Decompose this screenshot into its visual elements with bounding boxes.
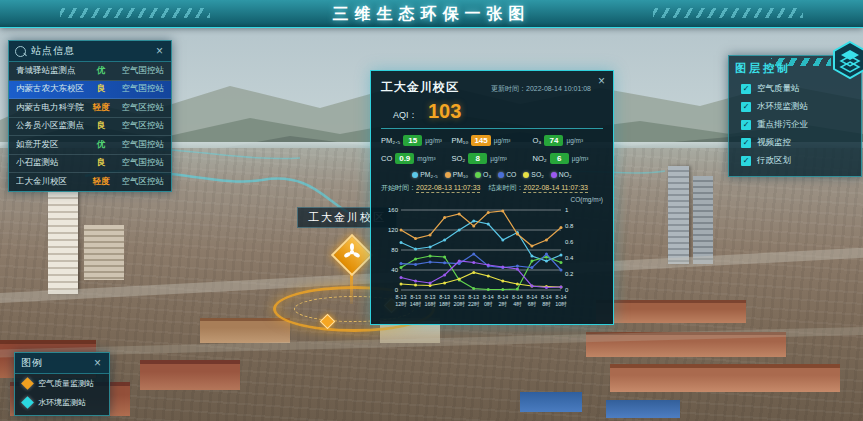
popup-title: 工大金川校区 — [381, 79, 459, 96]
trend-chart: 0408012016000.20.40.60.818-1312时8-1314时8… — [381, 204, 583, 316]
legend-diamond-icon — [21, 396, 34, 409]
station-aqi-status: 优 — [90, 65, 112, 77]
svg-text:8-146时: 8-146时 — [527, 294, 538, 307]
svg-text:8-1316时: 8-1316时 — [424, 294, 436, 307]
legend-dot-icon — [551, 172, 557, 178]
pollutant-label: PM₁₀ — [451, 136, 468, 145]
svg-text:8-1314时: 8-1314时 — [410, 294, 422, 307]
chart-legend-item[interactable]: PM₁₀ — [445, 171, 468, 178]
legend-dot-icon — [445, 172, 451, 178]
station-type: 空气区控站 — [112, 176, 164, 188]
station-type: 空气区控站 — [112, 102, 164, 114]
chart-legend: PM₂.₅PM₁₀O₃COSO₂NO₂ — [381, 171, 603, 178]
checkbox-checked-icon[interactable]: ✓ — [741, 102, 751, 112]
station-panel-title: 站点信息 — [31, 44, 154, 58]
pollutant-grid: PM₂.₅15µg/m³PM₁₀145µg/m³O₃74µg/m³CO0.9mg… — [381, 135, 603, 164]
svg-text:0.2: 0.2 — [565, 271, 574, 277]
checkbox-checked-icon[interactable]: ✓ — [741, 138, 751, 148]
legend-item: 空气质量监测站 — [15, 374, 109, 393]
station-name: 如意开发区 — [16, 139, 90, 151]
pollutant-unit: µg/m³ — [425, 137, 442, 144]
building — [596, 300, 746, 323]
start-time-label: 开始时间： — [381, 184, 416, 191]
update-time-label: 更新时间： — [491, 85, 526, 92]
station-name: 小召监测站 — [16, 157, 90, 169]
start-time-input[interactable]: 2022-08-13 11:07:33 — [416, 184, 480, 193]
pollutant-value: 74 — [544, 135, 563, 146]
chart-legend-item[interactable]: CO — [498, 171, 516, 178]
building — [693, 176, 713, 264]
svg-text:8-140时: 8-140时 — [483, 294, 494, 307]
svg-text:0: 0 — [395, 287, 399, 293]
map-legend-panel: 图例 × 空气质量监测站水环境监测站 — [14, 352, 110, 416]
legend-list: 空气质量监测站水环境监测站 — [15, 374, 109, 412]
pollutant-value: 145 — [471, 135, 490, 146]
station-name: 青城驿站监测点 — [16, 65, 90, 77]
svg-text:0.6: 0.6 — [565, 239, 574, 245]
building — [610, 364, 840, 392]
svg-text:40: 40 — [391, 267, 398, 273]
chart-legend-item[interactable]: PM₂.₅ — [412, 171, 437, 178]
chart-legend-label: NO₂ — [559, 171, 572, 178]
station-aqi-status: 轻度 — [90, 176, 112, 188]
end-time-label: 结束时间： — [488, 184, 523, 191]
station-row[interactable]: 工大金川校区 轻度 空气区控站 — [9, 173, 171, 191]
pollutant-unit: µg/m³ — [494, 137, 511, 144]
chart-legend-item[interactable]: NO₂ — [551, 171, 572, 178]
checkbox-checked-icon[interactable]: ✓ — [741, 120, 751, 130]
end-time-input[interactable]: 2022-08-14 11:07:33 — [523, 184, 587, 193]
station-row[interactable]: 青城驿站监测点 优 空气国控站 — [9, 62, 171, 81]
svg-text:8-142时: 8-142时 — [497, 294, 508, 307]
pollutant-cell: NO₂6µg/m³ — [533, 153, 603, 164]
svg-text:160: 160 — [388, 207, 399, 213]
svg-text:0: 0 — [565, 287, 569, 293]
layers-hexagon-icon[interactable] — [831, 40, 863, 80]
station-row[interactable]: 公务员小区监测点 良 空气区控站 — [9, 118, 171, 137]
close-icon[interactable]: × — [596, 75, 607, 87]
station-name: 工大金川校区 — [16, 176, 90, 188]
aqi-label: AQI： — [393, 110, 418, 120]
svg-text:8-1312时: 8-1312时 — [395, 294, 407, 307]
close-icon[interactable]: × — [92, 357, 103, 369]
legend-diamond-icon — [21, 377, 34, 390]
pollutant-value: 6 — [550, 153, 569, 164]
popup-header: 工大金川校区 更新时间：2022-08-14 10:01:08 — [381, 79, 603, 96]
checkbox-checked-icon[interactable]: ✓ — [741, 84, 751, 94]
layer-toggle[interactable]: ✓空气质量站 — [729, 80, 861, 98]
layer-label: 视频监控 — [757, 137, 791, 149]
layer-toggle[interactable]: ✓行政区划 — [729, 152, 861, 170]
svg-text:1: 1 — [565, 207, 569, 213]
pollutant-value: 15 — [403, 135, 422, 146]
pollutant-label: CO — [381, 154, 392, 163]
layer-toggle[interactable]: ✓重点排污企业 — [729, 116, 861, 134]
station-row[interactable]: 如意开发区 优 空气国控站 — [9, 136, 171, 155]
svg-text:8-144时: 8-144时 — [512, 294, 523, 307]
building — [606, 400, 680, 418]
station-detail-popup: 工大金川校区 更新时间：2022-08-14 10:01:08 × AQI： 1… — [370, 70, 614, 325]
layer-toggle[interactable]: ✓视频监控 — [729, 134, 861, 152]
building — [84, 225, 124, 280]
svg-text:0.4: 0.4 — [565, 255, 574, 261]
station-row[interactable]: 小召监测站 良 空气国控站 — [9, 155, 171, 174]
close-icon[interactable]: × — [154, 45, 165, 57]
pollutant-cell: O₃74µg/m³ — [533, 135, 603, 146]
svg-text:0.8: 0.8 — [565, 223, 574, 229]
station-aqi-status: 良 — [90, 83, 112, 95]
aqi-row: AQI： 103 — [381, 100, 603, 123]
chart-legend-label: PM₁₀ — [453, 171, 468, 178]
pollutant-cell: PM₁₀145µg/m³ — [451, 135, 532, 146]
svg-text:8-1320时: 8-1320时 — [453, 294, 465, 307]
layer-label: 重点排污企业 — [757, 119, 808, 131]
chart-legend-item[interactable]: O₃ — [475, 171, 491, 178]
legend-label: 水环境监测站 — [38, 397, 86, 408]
building — [668, 166, 689, 264]
station-row[interactable]: 内蒙古电力科学院 轻度 空气区控站 — [9, 99, 171, 118]
svg-text:8-1322时: 8-1322时 — [468, 294, 480, 307]
layer-toggle[interactable]: ✓水环境监测站 — [729, 98, 861, 116]
station-aqi-status: 良 — [90, 157, 112, 169]
legend-panel-title: 图例 — [21, 356, 92, 370]
station-row[interactable]: 内蒙古农大东校区 良 空气国控站 — [9, 81, 171, 100]
chart-legend-item[interactable]: SO₂ — [523, 171, 543, 178]
chart-legend-label: O₃ — [483, 171, 491, 178]
checkbox-checked-icon[interactable]: ✓ — [741, 156, 751, 166]
